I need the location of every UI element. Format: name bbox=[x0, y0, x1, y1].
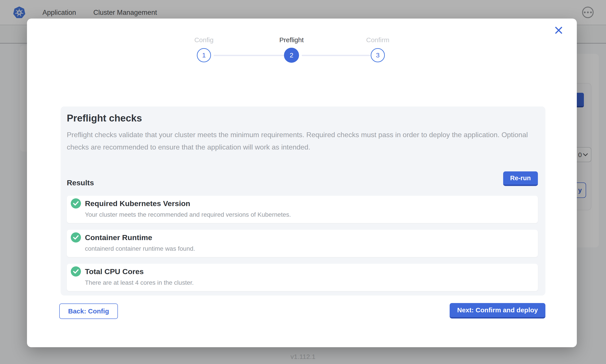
check-success-icon bbox=[71, 266, 81, 276]
back-config-button[interactable]: Back: Config bbox=[59, 303, 118, 319]
check-title: Container Runtime bbox=[85, 233, 152, 242]
check-description: containerd container runtime was found. bbox=[85, 245, 195, 252]
step-circle-1[interactable]: 1 bbox=[197, 48, 211, 62]
next-confirm-deploy-button[interactable]: Next: Confirm and deploy bbox=[450, 303, 545, 318]
check-description: There are at least 4 cores in the cluste… bbox=[85, 279, 194, 286]
check-card-total-cpu-cores: Total CPU Cores There are at least 4 cor… bbox=[67, 264, 538, 291]
results-heading: Results bbox=[67, 179, 94, 187]
step-label-preflight: Preflight bbox=[252, 36, 331, 44]
app-root: Application Cluster Management 0 y v1.11… bbox=[0, 0, 606, 364]
preflight-panel: Preflight checks Preflight checks valida… bbox=[61, 106, 545, 296]
step-connector-2 bbox=[302, 55, 370, 56]
check-results-list: Required Kubernetes Version Your cluster… bbox=[67, 196, 538, 298]
panel-title: Preflight checks bbox=[67, 113, 142, 124]
check-title: Total CPU Cores bbox=[85, 267, 144, 276]
check-card-container-runtime: Container Runtime containerd container r… bbox=[67, 230, 538, 257]
check-title: Required Kubernetes Version bbox=[85, 199, 190, 208]
step-circle-3[interactable]: 3 bbox=[371, 48, 385, 62]
close-icon[interactable] bbox=[554, 26, 563, 35]
panel-description: Preflight checks validate that your clus… bbox=[67, 129, 537, 153]
step-circle-2[interactable]: 2 bbox=[284, 48, 299, 63]
check-success-icon bbox=[71, 232, 81, 243]
rerun-button[interactable]: Re-run bbox=[503, 171, 538, 186]
check-success-icon bbox=[71, 198, 81, 208]
check-description: Your cluster meets the recommended and r… bbox=[85, 211, 291, 218]
step-label-config: Config bbox=[164, 36, 244, 44]
check-card-kubernetes-version: Required Kubernetes Version Your cluster… bbox=[67, 196, 538, 223]
preflight-modal: Config Preflight Confirm 1 2 3 Preflight… bbox=[27, 19, 577, 347]
step-label-confirm: Confirm bbox=[338, 36, 418, 44]
step-connector-1 bbox=[214, 55, 284, 56]
